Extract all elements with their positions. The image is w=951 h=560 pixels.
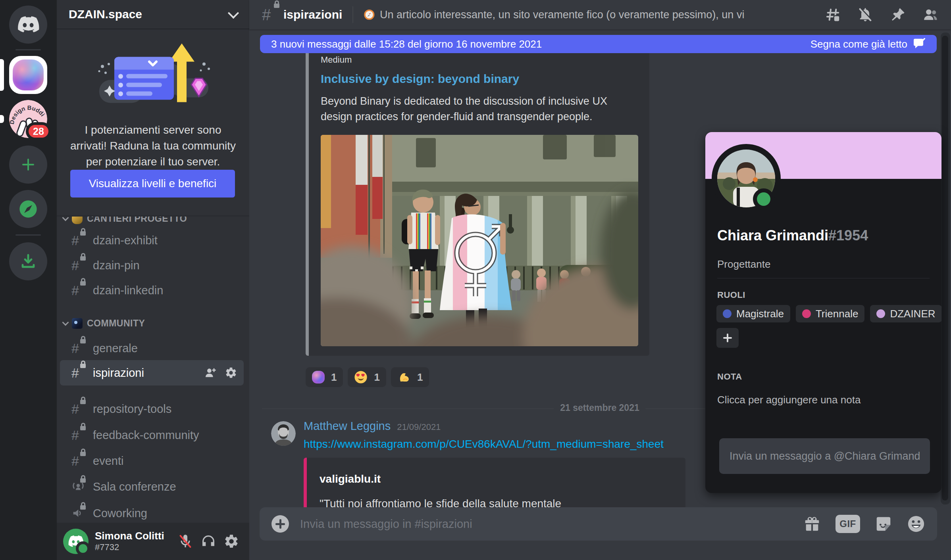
boost-cta-button[interactable]: Visualizza livelli e benefici xyxy=(70,170,235,198)
member-list-button[interactable] xyxy=(922,7,938,23)
channel-generale[interactable]: # generale xyxy=(60,336,244,361)
server-header[interactable]: DZAIN.space xyxy=(57,0,249,29)
home-button[interactable] xyxy=(9,6,47,44)
emoji-picker-button[interactable] xyxy=(907,515,925,533)
dm-placeholder: Invia un messaggio a @Chiara Grimandi xyxy=(730,450,920,462)
channel-eventi[interactable]: # eventi xyxy=(60,449,244,473)
channel-repository-tools[interactable]: # repository-tools xyxy=(60,397,244,421)
hash-lock-icon: # xyxy=(71,453,87,469)
user-discriminator: #7732 xyxy=(95,542,164,552)
server-icon-dzain[interactable] xyxy=(9,56,47,94)
channel-dzain-linkedin[interactable]: # dzain-linkedin xyxy=(60,278,244,303)
chevron-down-icon xyxy=(62,217,69,221)
profile-username: Chiara Grimandi xyxy=(717,227,828,244)
profile-subtitle: Progettante xyxy=(717,258,770,270)
heart-eyes-emoji xyxy=(354,370,368,384)
pride-march-photo xyxy=(321,135,638,346)
server-icon-design-buddies[interactable]: Design Buddies 28 xyxy=(9,100,47,138)
tool-emoji xyxy=(72,217,83,224)
header-divider xyxy=(352,6,353,23)
gif-picker-button[interactable]: GIF xyxy=(835,515,860,533)
members-icon xyxy=(922,7,938,23)
channel-list: CANTIERI PROGETTO # dzain-exhibit # dzai… xyxy=(57,217,249,523)
user-identity[interactable]: Simona Colitti #7732 xyxy=(95,530,164,552)
reaction-flex[interactable]: 1 xyxy=(391,367,429,387)
invite-people-icon[interactable] xyxy=(204,366,217,379)
add-role-button[interactable] xyxy=(716,328,739,348)
avatar-matthew[interactable] xyxy=(271,421,296,446)
embed-title-link[interactable]: Inclusive by design: beyond binary xyxy=(321,72,638,86)
channel-feedback-community[interactable]: # feedback-community xyxy=(60,423,244,447)
new-messages-text[interactable]: 3 nuovi messaggi dalle 15:28 del giorno … xyxy=(271,38,542,50)
instagram-link[interactable]: https://www.instagram.com/p/CUEv86kAVAL/… xyxy=(304,438,664,451)
hash-lock-icon: # xyxy=(71,401,87,417)
mute-microphone-button[interactable] xyxy=(174,530,197,553)
channel-dzain-exhibit[interactable]: # dzain-exhibit xyxy=(60,228,244,253)
deafen-button[interactable] xyxy=(197,530,220,553)
attach-plus-icon[interactable] xyxy=(271,515,289,533)
author-name[interactable]: Matthew Leggins xyxy=(304,420,391,433)
embed-description: Beyond Binary is dedicated to the discus… xyxy=(321,94,622,125)
threads-button[interactable] xyxy=(825,7,841,23)
role-dot xyxy=(723,309,732,318)
user-settings-button[interactable] xyxy=(220,530,243,553)
role-dot xyxy=(876,309,885,318)
note-field[interactable]: Clicca per aggiungere una nota xyxy=(717,394,861,406)
download-apps-button[interactable] xyxy=(9,242,47,280)
add-server-button[interactable] xyxy=(9,146,47,184)
gif-icon: GIF xyxy=(835,515,860,533)
pinned-messages-button[interactable] xyxy=(890,7,906,23)
message-input[interactable]: Invia un messaggio in #ispirazioni xyxy=(300,518,795,531)
pin-icon xyxy=(890,7,906,23)
server-rail: Design Buddies 28 xyxy=(0,0,57,560)
mark-as-read-button[interactable]: Segna come già letto xyxy=(810,38,926,50)
role-pill-dzainer: DZAINER xyxy=(870,305,941,322)
matthew-avatar-photo xyxy=(271,421,296,446)
message-input-bar[interactable]: Invia un messaggio in #ispirazioni GIF xyxy=(260,507,937,541)
user-profile-popout: Chiara Grimandi#1954 Progettante RUOLI M… xyxy=(705,132,941,493)
dm-input[interactable]: Invia un messaggio a @Chiara Grimandi xyxy=(719,438,930,474)
gift-button[interactable] xyxy=(803,515,821,533)
roles-list: Magistrale Triennale DZAINER xyxy=(716,305,941,322)
channel-coworking[interactable]: Coworking xyxy=(60,501,244,523)
channel-settings-gear-icon[interactable] xyxy=(225,366,237,379)
profile-divider xyxy=(717,278,930,278)
online-status-dot xyxy=(753,188,774,210)
scrollbar-thumb[interactable] xyxy=(942,36,948,501)
channel-sidebar: DZAIN.space I potenziamenti server sono … xyxy=(57,0,249,560)
sticker-picker-button[interactable] xyxy=(874,515,893,533)
discord-app: Design Buddies 28 DZAIN.space xyxy=(0,0,951,560)
reactions-row: 1 1 1 xyxy=(306,367,429,387)
compass-icon xyxy=(18,199,39,219)
profile-discriminator: #1954 xyxy=(828,227,868,244)
chevron-down-icon xyxy=(228,8,239,19)
embed-image[interactable] xyxy=(321,135,638,346)
channel-dzain-pin[interactable]: # dzain-pin xyxy=(60,253,244,278)
channel-sala-conferenze[interactable]: Sala conferenze xyxy=(60,474,244,499)
dzain-blob-emoji xyxy=(312,371,325,384)
notification-settings-button[interactable] xyxy=(857,7,873,23)
headphones-icon xyxy=(200,533,216,549)
gear-icon xyxy=(223,533,239,549)
role-dot xyxy=(802,309,811,318)
reaction-heart-eyes[interactable]: 1 xyxy=(348,367,386,387)
category-cantieri-progetto[interactable]: CANTIERI PROGETTO xyxy=(62,217,244,224)
plus-icon xyxy=(22,159,34,171)
boost-message: I potenziamenti server sono arrivati! Ra… xyxy=(67,122,239,170)
reaction-dzain-blob[interactable]: 1 xyxy=(306,367,343,387)
bell-muted-icon xyxy=(857,7,873,23)
explore-servers-button[interactable] xyxy=(9,190,47,228)
channel-title: ispirazioni xyxy=(283,8,342,21)
rail-separator xyxy=(15,234,41,236)
flex-biceps-emoji xyxy=(397,370,411,384)
message-header: Matthew Leggins 21/09/2021 xyxy=(304,420,441,433)
server-name: DZAIN.space xyxy=(69,8,229,21)
user-avatar[interactable] xyxy=(63,529,89,554)
emoji-smiley-icon xyxy=(907,515,925,533)
channel-topic[interactable]: Un articolo interessante, un sito verame… xyxy=(364,8,745,21)
unread-server-indicator xyxy=(0,115,4,123)
channel-ispirazioni-selected[interactable]: # ispirazioni xyxy=(60,360,244,385)
category-community[interactable]: COMMUNITY xyxy=(62,317,244,329)
message-timestamp: 21/09/2021 xyxy=(397,422,441,432)
new-messages-bar[interactable]: 3 nuovi messaggi dalle 15:28 del giorno … xyxy=(260,35,937,53)
